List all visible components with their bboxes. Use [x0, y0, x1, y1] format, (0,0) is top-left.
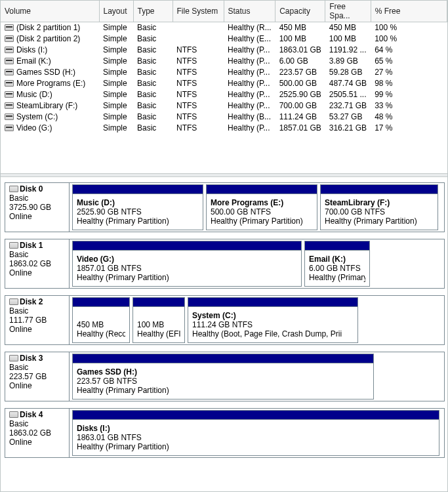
partition-status: Healthy (EFI Sy — [137, 329, 180, 338]
disk-layout-pane: Disk 0Basic3725.90 GBOnlineMusic (D:)252… — [1, 177, 447, 458]
table-row[interactable]: (Disk 2 partition 2)SimpleBasicHealthy (… — [1, 33, 447, 45]
table-row[interactable]: Email (K:)SimpleBasicNTFSHealthy (P...6.… — [1, 56, 447, 67]
partition-size: 2525.90 GB NTFS — [77, 207, 199, 216]
partition-bar — [133, 298, 184, 307]
disk-icon — [9, 411, 18, 418]
partition-size: 223.57 GB NTFS — [77, 377, 369, 386]
partition-bar — [207, 185, 317, 194]
partition[interactable]: 450 MBHealthy (Recovery P — [72, 297, 130, 343]
partition-bar — [73, 354, 373, 363]
partition-size: 450 MB — [77, 320, 125, 329]
disk-row[interactable]: Disk 3Basic223.57 GBOnlineGames SSD (H:)… — [5, 352, 445, 401]
drive-icon — [5, 113, 14, 120]
drive-icon — [5, 69, 14, 75]
partition-size: 700.00 GB NTFS — [325, 207, 434, 216]
partition[interactable]: SteamLibrary (F:)700.00 GB NTFSHealthy (… — [320, 184, 438, 230]
drive-icon — [5, 102, 14, 109]
disk-row[interactable]: Disk 1Basic1863.02 GBOnlineVideo (G:)185… — [5, 239, 445, 289]
disk-row[interactable]: Disk 4Basic1863.02 GBOnlineDisks (I:)186… — [5, 408, 445, 458]
partition-size: 1857.01 GB NTFS — [77, 264, 297, 273]
partition-status: Healthy (Recovery P — [77, 329, 125, 338]
drive-icon — [5, 35, 14, 42]
partition-bar — [321, 185, 438, 194]
partition[interactable]: 100 MBHealthy (EFI Sy — [132, 297, 185, 343]
partition-title: Games SSD (H:) — [77, 367, 369, 377]
table-row[interactable]: Games SSD (H:)SimpleBasicNTFSHealthy (P.… — [1, 67, 447, 78]
partition-status: Healthy (Primary Partition) — [309, 273, 365, 282]
partition-status: Healthy (Primary Partition) — [325, 216, 434, 226]
col-capacity[interactable]: Capacity — [275, 1, 325, 22]
table-row[interactable]: More Programs (E:)SimpleBasicNTFSHealthy… — [1, 78, 447, 89]
partition[interactable]: Music (D:)2525.90 GB NTFSHealthy (Primar… — [72, 184, 203, 230]
partition-bar — [73, 185, 203, 194]
partition-bar — [188, 298, 357, 307]
partition-title: Video (G:) — [77, 255, 297, 264]
col-filesystem[interactable]: File System — [173, 1, 224, 22]
table-row[interactable]: Music (D:)SimpleBasicNTFSHealthy (P...25… — [1, 89, 447, 100]
partition-size: 1863.01 GB NTFS — [77, 433, 435, 442]
drive-icon — [5, 80, 14, 87]
table-row[interactable]: SteamLibrary (F:)SimpleBasicNTFSHealthy … — [1, 100, 447, 112]
partition[interactable]: Video (G:)1857.01 GB NTFSHealthy (Primar… — [72, 241, 302, 287]
partition-status: Healthy (Primary Partition) — [77, 442, 435, 451]
col-status[interactable]: Status — [224, 1, 275, 22]
partition-status: Healthy (Primary Partition) — [77, 216, 199, 226]
disk-icon — [9, 242, 18, 249]
col-layout[interactable]: Layout — [99, 1, 133, 22]
partition-title: More Programs (E:) — [211, 198, 313, 207]
disk-header[interactable]: Disk 0Basic3725.90 GBOnline — [5, 183, 70, 232]
partition-bar — [73, 298, 129, 307]
col-type[interactable]: Type — [133, 1, 173, 22]
disk-icon — [9, 186, 18, 192]
col-volume[interactable]: Volume — [1, 1, 99, 22]
table-row[interactable]: System (C:)SimpleBasicNTFSHealthy (B...1… — [1, 112, 447, 123]
partition-title: Email (K:) — [309, 255, 365, 264]
partition[interactable]: Games SSD (H:)223.57 GB NTFSHealthy (Pri… — [72, 354, 374, 400]
table-row[interactable]: Video (G:)SimpleBasicNTFSHealthy (P...18… — [1, 123, 447, 134]
disk-row[interactable]: Disk 0Basic3725.90 GBOnlineMusic (D:)252… — [5, 182, 445, 232]
partition-title: Disks (I:) — [77, 424, 435, 433]
col-freespace[interactable]: Free Spa... — [325, 1, 371, 22]
table-row[interactable]: Disks (I:)SimpleBasicNTFSHealthy (P...18… — [1, 45, 447, 56]
partition-status: Healthy (Primary Partition) — [77, 386, 369, 395]
partition-size: 100 MB — [137, 320, 180, 329]
drive-icon — [5, 58, 14, 64]
partition-title: Music (D:) — [77, 198, 199, 207]
disk-icon — [9, 355, 18, 361]
disk-header[interactable]: Disk 2Basic111.77 GBOnline — [5, 296, 70, 344]
partition-status: Healthy (Primary Partition) — [77, 273, 297, 282]
volume-list-pane: Volume Layout Type File System Status Ca… — [1, 1, 447, 173]
partition-size: 111.24 GB NTFS — [192, 320, 354, 329]
disk-header[interactable]: Disk 4Basic1863.02 GBOnline — [5, 409, 70, 457]
volume-table[interactable]: Volume Layout Type File System Status Ca… — [1, 1, 447, 134]
partition[interactable]: More Programs (E:)500.00 GB NTFSHealthy … — [206, 184, 317, 230]
drive-icon — [5, 47, 14, 53]
disk-icon — [9, 298, 18, 305]
disk-header[interactable]: Disk 1Basic1863.02 GBOnline — [5, 239, 70, 288]
disk-header[interactable]: Disk 3Basic223.57 GBOnline — [5, 352, 70, 401]
partition-title: System (C:) — [192, 311, 354, 320]
disk-row[interactable]: Disk 2Basic111.77 GBOnline450 MBHealthy … — [5, 295, 445, 345]
drive-icon — [5, 125, 14, 131]
partition-bar — [73, 241, 301, 251]
partition-title: SteamLibrary (F:) — [325, 198, 434, 207]
partition[interactable]: System (C:)111.24 GB NTFSHealthy (Boot, … — [188, 297, 358, 343]
partition-bar — [73, 411, 439, 420]
col-pctfree[interactable]: % Free — [371, 1, 447, 22]
partition-size: 500.00 GB NTFS — [211, 207, 313, 216]
partition-bar — [305, 241, 369, 251]
partition-status: Healthy (Boot, Page File, Crash Dump, Pr… — [192, 329, 354, 338]
partition-status: Healthy (Primary Partition) — [211, 216, 313, 226]
table-row[interactable]: (Disk 2 partition 1)SimpleBasicHealthy (… — [1, 22, 447, 33]
partition[interactable]: Email (K:)6.00 GB NTFSHealthy (Primary P… — [304, 241, 370, 287]
partition[interactable]: Disks (I:)1863.01 GB NTFSHealthy (Primar… — [72, 410, 439, 456]
drive-icon — [5, 24, 14, 31]
partition-size: 6.00 GB NTFS — [309, 264, 365, 273]
drive-icon — [5, 91, 14, 98]
